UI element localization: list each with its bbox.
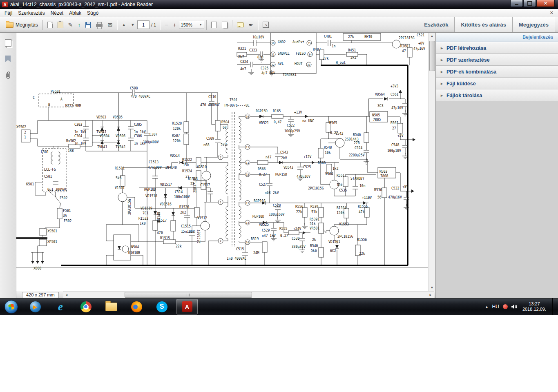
tool-create-pdf[interactable]: ▸ PDF létrehozása	[436, 42, 558, 54]
document-close-icon[interactable]: ✕	[547, 10, 556, 16]
taskbar-wmp-button[interactable]: ▶	[25, 299, 46, 314]
email-button[interactable]: ✉	[105, 20, 115, 30]
svg-text:27k: 27k	[348, 35, 354, 39]
show-desktop-button[interactable]	[552, 298, 557, 315]
tab-kitoltes-es-alairas[interactable]: Kitöltés és aláírás	[454, 17, 513, 32]
svg-text:5k6: 5k6	[311, 249, 317, 253]
zoom-out-button[interactable]: −	[162, 20, 170, 30]
pdf-page[interactable]: 3031323534331613711151121421010µ16VR3212…	[16, 33, 428, 291]
two-page-view-button[interactable]	[219, 20, 230, 30]
save-copy-button[interactable]	[45, 20, 55, 30]
svg-text:RGP10D: RGP10D	[252, 215, 264, 218]
svg-text:+24V: +24V	[293, 227, 301, 231]
svg-text:C509: C509	[206, 137, 214, 140]
svg-text:+5V: +5V	[397, 134, 404, 138]
language-indicator[interactable]: HU	[492, 304, 499, 310]
svg-text:7: 7	[220, 156, 221, 159]
svg-text:C598: C598	[130, 87, 138, 90]
minimize-button[interactable]	[510, 0, 523, 7]
svg-text:1n0 400VAC: 1n0 400VAC	[227, 257, 246, 261]
taskbar-explorer-button[interactable]	[100, 299, 122, 314]
tool-send-file[interactable]: ▸ Fájl küldése	[436, 78, 558, 89]
svg-text:TVR4J: TVR4J	[96, 130, 106, 134]
menu-item-szerkesztes[interactable]: Szerkesztés	[15, 9, 47, 17]
clipboard-button[interactable]	[55, 20, 66, 30]
vertical-scrollbar[interactable]: ▲ ▼	[428, 33, 435, 291]
menu-item-ablak[interactable]: Ablak	[66, 9, 84, 17]
volume-icon[interactable]	[511, 304, 517, 309]
svg-text:C521: C521	[417, 33, 424, 37]
menu-item-sugo[interactable]: Súgó	[84, 9, 101, 17]
save-button[interactable]	[83, 20, 94, 30]
scroll-right-arrow-icon[interactable]: ►	[427, 293, 434, 297]
taskbar-adobe-reader-button[interactable]: A	[176, 299, 198, 314]
horizontal-scroll-thumb[interactable]	[125, 292, 252, 298]
pencil-icon: ✎	[68, 22, 73, 28]
menu-item-nezet[interactable]: Nézet	[48, 9, 66, 17]
bookmarks-icon[interactable]	[5, 56, 11, 62]
taskbar-firefox-button[interactable]	[126, 299, 147, 314]
zoom-in-button[interactable]: +	[170, 20, 179, 30]
svg-text:V542: V542	[335, 132, 343, 136]
svg-text:VD521: VD521	[259, 121, 269, 125]
two-page-icon	[222, 22, 228, 28]
signature-button[interactable]: ✒	[246, 20, 256, 30]
svg-text:C561: C561	[391, 93, 398, 96]
tool-combine-pdf[interactable]: ▸ PDF-ek kombinálása	[436, 66, 558, 78]
tray-notification-icon[interactable]	[503, 304, 508, 309]
svg-text:TDA9381: TDA9381	[283, 73, 297, 77]
open-button[interactable]: Megnyitás	[3, 20, 40, 30]
print-button[interactable]	[94, 20, 105, 30]
svg-text:R1522: R1522	[182, 158, 192, 162]
svg-text:0,27: 0,27	[280, 234, 288, 238]
tab-eszkozok[interactable]: Eszközök	[418, 17, 454, 32]
signature-icon: ✒	[249, 22, 254, 28]
horizontal-scrollbar[interactable]: ◄ ►	[63, 291, 434, 298]
hidden-icons-arrow-icon[interactable]: ▲	[485, 305, 489, 309]
svg-text:V504: V504	[325, 172, 333, 176]
tool-store-files[interactable]: ▸ Fájlok tárolása	[436, 89, 558, 101]
page-thumbnails-icon[interactable]	[5, 39, 11, 47]
comment-button[interactable]	[234, 20, 246, 30]
svg-text:15: 15	[246, 173, 249, 176]
svg-text:R1555: R1555	[358, 205, 368, 209]
scroll-down-arrow-icon[interactable]: ▼	[429, 284, 435, 291]
attachments-paperclip-icon[interactable]	[4, 71, 12, 79]
tool-edit-pdf[interactable]: ▸ PDF szerkesztése	[436, 54, 558, 66]
svg-text:22k: 22k	[176, 245, 182, 248]
fullscreen-button[interactable]: ↘	[260, 20, 271, 30]
scroll-up-arrow-icon[interactable]: ▲	[429, 33, 435, 39]
page-number-input[interactable]	[137, 20, 150, 29]
svg-text:R1520: R1520	[172, 122, 182, 125]
firefox-icon	[131, 301, 142, 312]
clock[interactable]: 13:27 2018.12.09.	[522, 301, 546, 312]
svg-text:15k: 15k	[183, 163, 189, 167]
start-button[interactable]	[0, 298, 22, 315]
tool-label: Fájlok tárolása	[446, 93, 482, 98]
taskbar-chrome-button[interactable]	[75, 299, 96, 314]
vertical-scroll-thumb[interactable]	[429, 41, 435, 71]
svg-text:27k: 27k	[323, 57, 329, 60]
sign-in-link[interactable]: Bejelentkezés	[436, 33, 558, 42]
svg-text:V1511: V1511	[115, 186, 125, 190]
previous-page-button[interactable]: ▲	[119, 20, 128, 30]
single-page-view-button[interactable]	[209, 20, 219, 30]
taskbar-skype-button[interactable]: S	[151, 299, 172, 314]
zoom-level-select[interactable]: 150% ▼	[179, 21, 204, 29]
svg-text:R555: R555	[279, 227, 287, 231]
menu-item-fajl[interactable]: Fájl	[2, 9, 15, 17]
email-icon: ✉	[107, 22, 112, 28]
pencil-button[interactable]: ✎	[66, 20, 76, 30]
svg-text:51k: 51k	[311, 210, 317, 214]
next-page-button[interactable]: ▼	[128, 20, 137, 30]
close-button[interactable]: ✕	[536, 0, 555, 7]
svg-text:470µ16V: 470µ16V	[297, 175, 310, 178]
svg-text:R519: R519	[251, 237, 259, 241]
svg-text:3C3: 3C3	[377, 104, 384, 108]
tab-megjegyzes[interactable]: Megjegyzés	[512, 17, 555, 32]
maximize-button[interactable]	[523, 0, 536, 7]
svg-text:VD1561: VD1561	[328, 240, 340, 244]
taskbar-ie-button[interactable]: e	[50, 299, 71, 314]
scroll-left-arrow-icon[interactable]: ◄	[63, 293, 70, 297]
share-upload-button[interactable]: ↑	[75, 20, 83, 30]
